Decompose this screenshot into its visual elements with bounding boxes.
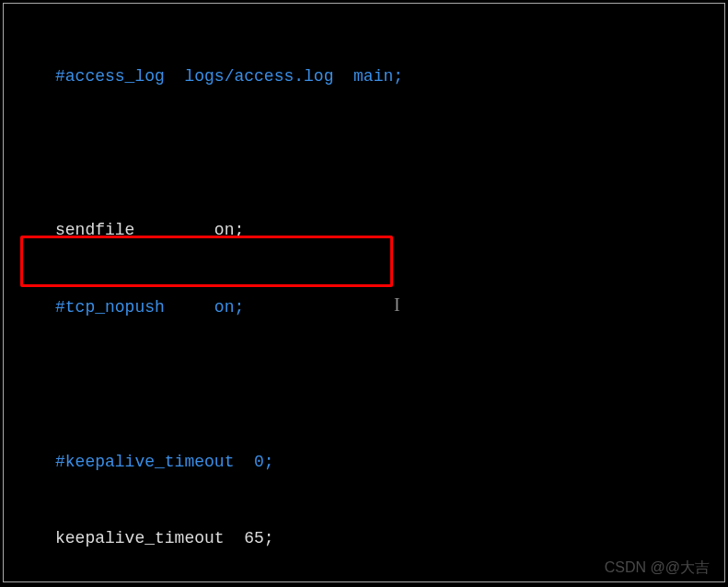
code-line: #access_log logs/access.log main; xyxy=(4,64,724,90)
code-line: #keepalive_timeout 0; xyxy=(4,450,724,476)
code-editor[interactable]: #access_log logs/access.log main; sendfi… xyxy=(3,3,725,582)
code-line xyxy=(4,373,724,398)
code-line xyxy=(4,142,724,167)
code-line: keepalive_timeout 65; xyxy=(4,526,724,552)
code-line: #tcp_nopush on; xyxy=(4,295,724,321)
code-line: sendfile on; xyxy=(4,218,724,244)
